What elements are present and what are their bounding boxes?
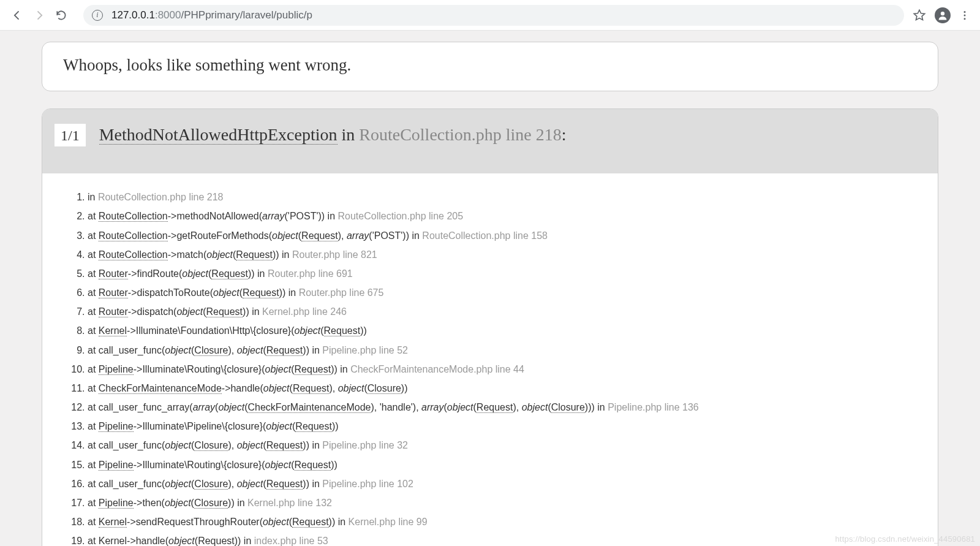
trace-class[interactable]: RouteCollection (99, 249, 168, 260)
back-button[interactable] (6, 4, 28, 26)
trace-text: ( (320, 325, 323, 336)
trace-line: at Router->dispatchToRoute(object(Reques… (88, 284, 925, 303)
trace-text: at (88, 498, 99, 508)
exception-name[interactable]: MethodNotAllowedHttpException (99, 125, 337, 145)
trace-class[interactable]: Pipeline (99, 364, 134, 375)
trace-location[interactable]: Pipeline.php line 32 (322, 440, 408, 450)
trace-arg-class[interactable]: Request (236, 249, 273, 260)
trace-keyword: object (263, 383, 290, 393)
trace-location[interactable]: RouteCollection.php line 205 (338, 211, 464, 221)
trace-arg-class[interactable]: Closure (551, 402, 585, 413)
whoops-text: Whoops, looks like something went wrong. (63, 56, 351, 74)
trace-text: )) in (235, 536, 254, 546)
trace-text: ->sendRequestThroughRouter( (127, 517, 263, 527)
trace-keyword: object (338, 383, 364, 393)
trace-arg-class[interactable]: Request (198, 536, 235, 546)
trace-arg-class[interactable]: Request (266, 440, 303, 451)
exception-location[interactable]: RouteCollection.php line 218 (359, 125, 562, 144)
trace-keyword: object (522, 402, 548, 412)
trace-text: ->Illuminate\Routing\{closure}( (134, 460, 265, 470)
trace-text: ), (513, 402, 521, 412)
trace-class[interactable]: RouteCollection (99, 230, 168, 241)
trace-location[interactable]: Pipeline.php line 136 (608, 402, 699, 412)
bookmark-star-icon[interactable] (913, 9, 926, 22)
trace-location[interactable]: Kernel.php line 246 (262, 306, 347, 317)
trace-text: at (88, 460, 99, 470)
trace-arg-class[interactable]: Request (266, 479, 303, 490)
trace-arg-class[interactable]: Request (477, 402, 513, 413)
trace-arg-class[interactable]: Request (211, 268, 248, 279)
trace-keyword: object (165, 440, 191, 450)
trace-text: ->dispatch( (128, 306, 177, 317)
trace-keyword: object (176, 306, 203, 317)
trace-location[interactable]: Router.php line 821 (292, 249, 377, 260)
trace-arg-class[interactable]: Request (295, 460, 331, 471)
trace-arg-class[interactable]: Closure (368, 383, 401, 394)
trace-class[interactable]: Kernel (99, 536, 127, 546)
trace-location[interactable]: index.php line 53 (254, 536, 328, 546)
trace-location[interactable]: Pipeline.php line 102 (322, 479, 413, 489)
trace-arg-class[interactable]: Request (301, 230, 338, 241)
trace-class[interactable]: CheckForMaintenanceMode (99, 383, 222, 394)
trace-arg-class[interactable]: Closure (194, 498, 228, 509)
svg-point-2 (964, 14, 966, 16)
trace-class[interactable]: Router (99, 268, 128, 279)
trace-arg-class[interactable]: Request (295, 421, 332, 432)
trace-location[interactable]: Kernel.php line 132 (247, 498, 332, 508)
kebab-menu-icon[interactable] (959, 10, 970, 21)
trace-arg-class[interactable]: Request (206, 306, 243, 317)
trace-location[interactable]: CheckForMaintenanceMode.php line 44 (350, 364, 524, 374)
site-info-icon[interactable]: i (92, 10, 103, 21)
trace-class[interactable]: RouteCollection (99, 211, 168, 222)
trace-class[interactable]: Pipeline (99, 498, 134, 509)
trace-class[interactable]: Router (99, 306, 128, 317)
trace-location[interactable]: Pipeline.php line 52 (322, 345, 408, 355)
trace-text: ), (329, 383, 337, 393)
trace-arg-class[interactable]: Request (243, 287, 279, 298)
trace-arg-class[interactable]: Request (324, 325, 361, 336)
trace-text: )) in (248, 268, 268, 279)
trace-keyword: object (168, 536, 195, 546)
trace-arg-class[interactable]: Request (295, 364, 331, 375)
trace-arg-class[interactable]: Closure (194, 479, 228, 490)
trace-location[interactable]: Router.php line 675 (299, 287, 384, 298)
trace-text: )) in (303, 440, 322, 450)
trace-class[interactable]: Pipeline (99, 460, 134, 471)
trace-location[interactable]: Kernel.php line 99 (349, 517, 428, 527)
trace-line: at RouteCollection->getRouteForMethods(o… (88, 226, 925, 245)
trace-arg-class[interactable]: Closure (194, 440, 228, 451)
svg-point-0 (941, 12, 944, 15)
trace-text: at (88, 306, 99, 317)
forward-button[interactable] (28, 4, 50, 26)
trace-text: ), (228, 440, 236, 450)
trace-text: ( (263, 345, 266, 355)
trace-arg-class[interactable]: Request (293, 383, 330, 394)
trace-text: ->findRoute( (128, 268, 183, 279)
trace-keyword: object (266, 421, 292, 431)
trace-line: at call_user_func(object(Closure), objec… (88, 475, 925, 494)
trace-arg-class[interactable]: Closure (194, 345, 228, 356)
trace-line: at Kernel->Illuminate\Foundation\Http\{c… (88, 322, 925, 341)
trace-location[interactable]: RouteCollection.php line 158 (422, 230, 548, 241)
trace-arg-class[interactable]: Request (266, 345, 303, 356)
trace-text: ->getRouteForMethods( (168, 230, 272, 241)
address-bar[interactable]: i 127.0.0.1:8000/PHPprimary/laravel/publ… (83, 5, 904, 26)
trace-arg-class[interactable]: Request (292, 517, 329, 528)
trace-text: )) in (329, 517, 349, 527)
trace-text: ('POST')) in (285, 211, 338, 221)
reload-button[interactable] (50, 4, 72, 26)
trace-arg-class[interactable]: CheckForMaintenanceMode (247, 402, 371, 413)
trace-line: at RouteCollection->match(object(Request… (88, 246, 925, 265)
trace-class[interactable]: Kernel (99, 325, 127, 336)
trace-class[interactable]: Kernel (99, 517, 127, 528)
profile-avatar-icon[interactable] (935, 7, 951, 23)
trace-class[interactable]: Pipeline (99, 421, 134, 432)
trace-location[interactable]: Router.php line 691 (268, 268, 353, 279)
trace-class[interactable]: Router (99, 287, 128, 298)
trace-text: at (88, 287, 99, 298)
trace-text: )) (332, 421, 339, 431)
trace-line: at RouteCollection->methodNotAllowed(arr… (88, 207, 925, 226)
trace-text: at (88, 536, 99, 546)
trace-line: at call_user_func_array(array(object(Che… (88, 398, 925, 417)
trace-location[interactable]: RouteCollection.php line 218 (98, 192, 224, 202)
